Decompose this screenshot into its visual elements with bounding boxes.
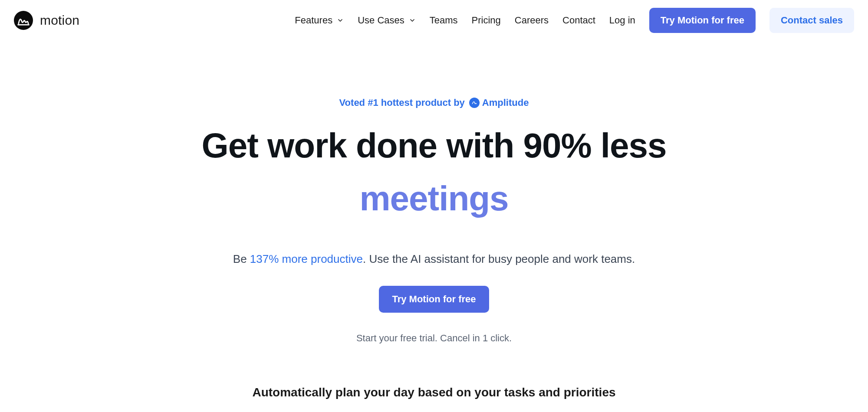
logo-mark-icon xyxy=(14,11,33,30)
nav-careers[interactable]: Careers xyxy=(515,15,549,26)
nav-teams-label: Teams xyxy=(430,15,458,26)
amplitude-name: Amplitude xyxy=(482,97,529,108)
nav-careers-label: Careers xyxy=(515,15,549,26)
hero-try-free-button[interactable]: Try Motion for free xyxy=(379,286,489,313)
brand-logo[interactable]: motion xyxy=(14,11,79,30)
subline-prefix: Be xyxy=(233,252,250,265)
nav-log-in[interactable]: Log in xyxy=(609,15,635,26)
hero-cta-row: Try Motion for free xyxy=(0,286,868,313)
amplitude-logo: Amplitude xyxy=(469,97,529,108)
voted-prefix: Voted #1 hottest product by xyxy=(339,97,465,108)
headline-line-2: meetings xyxy=(0,176,868,221)
chevron-down-icon xyxy=(337,17,344,24)
trial-note: Start your free trial. Cancel in 1 click… xyxy=(0,333,868,344)
nav-pricing[interactable]: Pricing xyxy=(472,15,501,26)
hero-headline: Get work done with 90% less meetings xyxy=(0,123,868,221)
contact-sales-button[interactable]: Contact sales xyxy=(769,8,854,33)
nav-contact-label: Contact xyxy=(562,15,595,26)
nav-use-cases[interactable]: Use Cases xyxy=(358,15,416,26)
nav-log-in-label: Log in xyxy=(609,15,635,26)
headline-line-1: Get work done with 90% less xyxy=(201,126,666,165)
tagline: Automatically plan your day based on you… xyxy=(0,386,868,399)
nav-use-cases-label: Use Cases xyxy=(358,15,404,26)
primary-nav: Features Use Cases Teams Pricing Careers… xyxy=(295,8,854,33)
try-free-button[interactable]: Try Motion for free xyxy=(649,8,756,33)
chevron-down-icon xyxy=(409,17,416,24)
site-header: motion Features Use Cases Teams Pricing … xyxy=(0,0,868,41)
subline-suffix: . Use the AI assistant for busy people a… xyxy=(363,252,635,265)
nav-contact[interactable]: Contact xyxy=(562,15,595,26)
nav-features-label: Features xyxy=(295,15,332,26)
nav-teams[interactable]: Teams xyxy=(430,15,458,26)
hero-subline: Be 137% more productive. Use the AI assi… xyxy=(0,252,868,266)
nav-pricing-label: Pricing xyxy=(472,15,501,26)
amplitude-mark-icon xyxy=(469,98,480,108)
subline-highlight: 137% more productive xyxy=(250,252,363,265)
hero-section: Voted #1 hottest product by Amplitude Ge… xyxy=(0,41,868,399)
nav-features[interactable]: Features xyxy=(295,15,344,26)
voted-banner: Voted #1 hottest product by Amplitude xyxy=(339,97,529,108)
brand-name: motion xyxy=(40,13,79,28)
